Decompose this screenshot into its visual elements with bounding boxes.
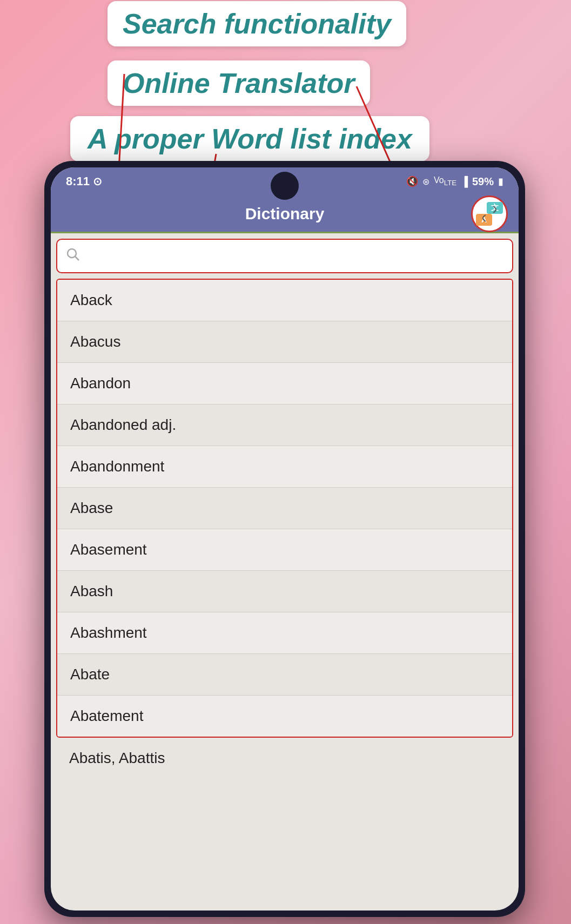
svg-point-6: [68, 249, 76, 258]
phone-screen: 8:11 ⊙ 🔇 ⊛ VoLTE ▐ 59% ▮ Dictionary 文 A: [51, 167, 519, 910]
word-item[interactable]: Aback: [57, 280, 512, 321]
time-display: 8:11: [66, 174, 90, 188]
search-input[interactable]: [85, 249, 503, 263]
word-item[interactable]: Abatement: [57, 696, 512, 737]
battery-display: 59%: [472, 176, 494, 188]
search-container: [56, 239, 513, 273]
word-item[interactable]: Abandonment: [57, 446, 512, 488]
svg-line-7: [75, 257, 79, 260]
camera-notch: [271, 172, 299, 200]
annotation-translator: Online Translator: [108, 60, 370, 106]
header-title: Dictionary: [245, 205, 325, 223]
lte-icon: VoLTE: [434, 176, 456, 187]
swap-arrows-icon: [476, 202, 503, 226]
status-time: 8:11 ⊙: [66, 174, 102, 188]
wifi-icon: ⊛: [422, 177, 429, 187]
word-item[interactable]: Abandon: [57, 363, 512, 404]
status-icons: 🔇 ⊛ VoLTE ▐ 59% ▮: [406, 176, 503, 188]
signal-icon: ▐: [461, 176, 468, 187]
word-item[interactable]: Abasement: [57, 529, 512, 571]
battery-icon: ▮: [498, 176, 503, 187]
word-item[interactable]: Abate: [57, 654, 512, 696]
word-item[interactable]: Abandoned adj.: [57, 404, 512, 446]
whatsapp-icon: ⊙: [93, 175, 102, 188]
app-header: Dictionary 文 A: [51, 195, 519, 233]
word-list: AbackAbacusAbandonAbandoned adj.Abandonm…: [56, 279, 513, 738]
word-item-extra[interactable]: Abatis, Abattis: [56, 738, 513, 779]
mute-icon: 🔇: [406, 176, 418, 187]
search-icon: [66, 247, 80, 265]
word-item[interactable]: Abacus: [57, 321, 512, 363]
word-item[interactable]: Abase: [57, 488, 512, 529]
word-item[interactable]: Abash: [57, 571, 512, 612]
annotation-wordlist: A proper Word list index: [70, 116, 429, 161]
annotation-search: Search functionality: [108, 1, 406, 46]
translate-icon: 文 A: [476, 202, 503, 226]
phone-frame: 8:11 ⊙ 🔇 ⊛ VoLTE ▐ 59% ▮ Dictionary 文 A: [44, 161, 525, 917]
word-item[interactable]: Abashment: [57, 612, 512, 654]
status-bar: 8:11 ⊙ 🔇 ⊛ VoLTE ▐ 59% ▮: [51, 167, 519, 195]
translate-button[interactable]: 文 A: [471, 195, 508, 232]
